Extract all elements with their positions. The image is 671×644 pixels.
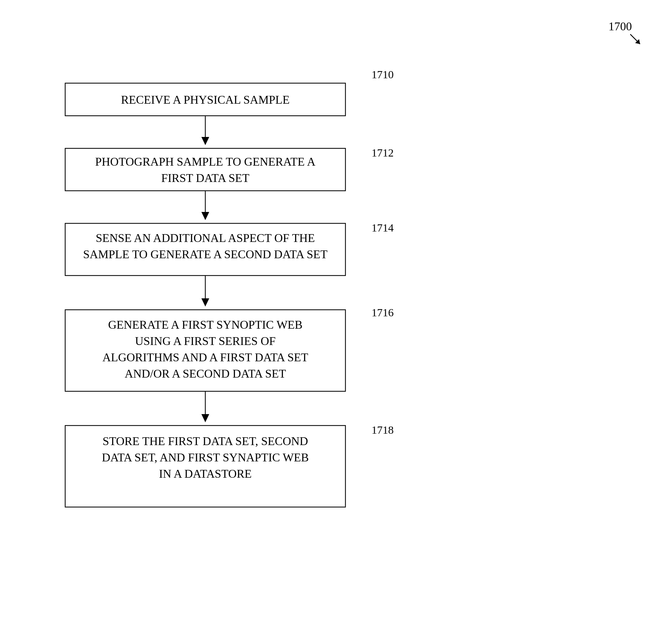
step-1718-text-line1: STORE THE FIRST DATA SET, SECOND	[103, 435, 308, 448]
diagram-container: 1700 1710 RECEIVE A PHYSICAL SAMPLE 1712…	[0, 0, 671, 644]
svg-text:1710: 1710	[371, 69, 394, 80]
corner-arrow-icon	[629, 33, 642, 46]
step-1716-text-line1: GENERATE A FIRST SYNOPTIC WEB	[108, 318, 303, 331]
svg-marker-13	[201, 298, 209, 307]
step-1710-text: RECEIVE A PHYSICAL SAMPLE	[121, 93, 290, 106]
step-1718-text-line2: DATA SET, AND FIRST SYNAPTIC WEB	[102, 451, 308, 464]
svg-text:1714: 1714	[371, 222, 394, 234]
step-1718-text-line3: IN A DATASTORE	[159, 467, 252, 480]
svg-text:1716: 1716	[371, 307, 394, 319]
step-1714-text-line2: SAMPLE TO GENERATE A SECOND DATA SET	[83, 248, 328, 261]
step-1714-text-line1: SENSE AN ADDITIONAL ASPECT OF THE	[96, 232, 315, 245]
step-1716-text-line3: ALGORITHMS AND A FIRST DATA SET	[102, 351, 308, 364]
step-1716-text-line2: USING A FIRST SERIES OF	[135, 335, 275, 348]
step-1712-text-line2: FIRST DATA SET	[161, 172, 250, 185]
svg-text:1712: 1712	[371, 147, 394, 159]
step-1716-text-line4: AND/OR A SECOND DATA SET	[125, 367, 286, 380]
step-1712-text-line1: PHOTOGRAPH SAMPLE TO GENERATE A	[95, 155, 315, 168]
svg-marker-9	[201, 212, 209, 220]
svg-text:1718: 1718	[371, 424, 394, 436]
figure-label: 1700	[608, 20, 632, 33]
svg-marker-17	[201, 414, 209, 422]
svg-marker-5	[201, 137, 209, 145]
flowchart-svg: 1710 RECEIVE A PHYSICAL SAMPLE 1712 PHOT…	[20, 49, 476, 629]
